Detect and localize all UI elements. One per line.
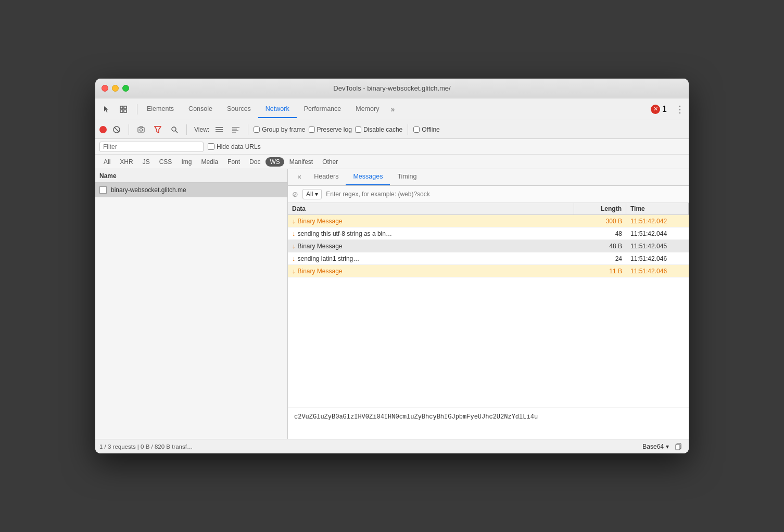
tab-console[interactable]: Console: [181, 100, 220, 118]
svg-line-5: [115, 128, 119, 132]
detail-panel: × Headers Messages Timing ⊘ All ▾: [288, 169, 689, 439]
msg-arrow-1: ↓: [292, 217, 296, 225]
toolbar-divider-4: [248, 124, 248, 135]
msg-time-1: 11:51:42.042: [626, 216, 689, 226]
tab-elements[interactable]: Elements: [140, 100, 181, 118]
pointer-icon[interactable]: [99, 102, 114, 117]
detail-close-button[interactable]: ×: [292, 169, 307, 185]
tab-error-group: ✕ 1: [651, 105, 667, 114]
message-row-3[interactable]: ↓ Binary Message 48 B 11:51:42.045: [288, 240, 689, 252]
hide-data-urls-group[interactable]: Hide data URLs: [208, 143, 261, 150]
col-data-header: Data: [288, 203, 574, 214]
msg-length-3: 48 B: [574, 241, 626, 251]
svg-point-7: [140, 129, 143, 131]
msg-time-3: 11:51:42.045: [626, 241, 689, 251]
tab-messages[interactable]: Messages: [346, 169, 390, 185]
svg-rect-3: [124, 110, 127, 112]
devtools-window: DevTools - binary-websocket.glitch.me/ E…: [95, 79, 689, 453]
camera-icon[interactable]: [134, 123, 148, 136]
minimize-button[interactable]: [112, 85, 119, 92]
disable-cache-group[interactable]: Disable cache: [355, 126, 402, 133]
toolbar-top: Elements Console Sources Network Perform…: [95, 98, 689, 120]
tab-network[interactable]: Network: [258, 100, 297, 118]
messages-search-input[interactable]: [326, 191, 685, 198]
inspect-icon[interactable]: [116, 102, 131, 117]
group-by-frame-group[interactable]: Group by frame: [254, 126, 305, 133]
tab-sources[interactable]: Sources: [220, 100, 258, 118]
search-icon[interactable]: [168, 123, 181, 136]
message-row-5[interactable]: ↓ Binary Message 11 B 11:51:42.046: [288, 265, 689, 277]
view-waterfall-icon[interactable]: [229, 123, 243, 136]
request-item[interactable]: binary-websocket.glitch.me: [95, 183, 287, 197]
group-by-frame-label: Group by frame: [262, 126, 305, 133]
filter-no-icon: ⊘: [292, 190, 298, 198]
devtools-menu-icon[interactable]: ⋮: [675, 104, 685, 115]
preserve-log-checkbox[interactable]: [309, 126, 315, 133]
message-row-1[interactable]: ↓ Binary Message 300 B 11:51:42.042: [288, 215, 689, 227]
filter-doc[interactable]: Doc: [245, 157, 264, 167]
preserve-log-group[interactable]: Preserve log: [309, 126, 352, 133]
base64-label: Base64: [642, 443, 664, 450]
svg-rect-1: [124, 106, 127, 109]
tab-timing[interactable]: Timing: [390, 169, 424, 185]
filter-css[interactable]: CSS: [155, 157, 176, 167]
messages-all-filter[interactable]: All ▾: [302, 189, 322, 199]
group-by-frame-checkbox[interactable]: [254, 126, 260, 133]
msg-arrow-3: ↓: [292, 242, 296, 250]
filter-js[interactable]: JS: [138, 157, 154, 167]
filter-other[interactable]: Other: [318, 157, 342, 167]
tab-memory[interactable]: Memory: [348, 100, 386, 118]
tab-performance[interactable]: Performance: [297, 100, 349, 118]
tab-more-button[interactable]: »: [386, 100, 399, 118]
svg-marker-8: [155, 126, 161, 133]
base64-select[interactable]: Base64 ▾: [642, 443, 669, 450]
view-list-icon[interactable]: [212, 123, 226, 136]
detail-tabs: × Headers Messages Timing: [288, 169, 689, 186]
requests-header: Name: [95, 169, 287, 183]
message-row-2[interactable]: ↓ sending this utf-8 string as a bin… 48…: [288, 227, 689, 240]
record-button[interactable]: [99, 126, 107, 133]
title-bar: DevTools - binary-websocket.glitch.me/: [95, 79, 689, 98]
tab-headers[interactable]: Headers: [307, 169, 346, 185]
offline-checkbox[interactable]: [413, 126, 420, 133]
msg-length-1: 300 B: [574, 216, 626, 226]
msg-time-4: 11:51:42.046: [626, 254, 689, 264]
hide-data-urls-label: Hide data URLs: [217, 143, 261, 150]
disable-cache-checkbox[interactable]: [355, 126, 361, 133]
window-title: DevTools - binary-websocket.glitch.me/: [333, 84, 450, 92]
msg-text-1: Binary Message: [298, 218, 343, 225]
filter-manifest[interactable]: Manifest: [285, 157, 317, 167]
messages-header-row: Data Length Time: [288, 203, 689, 215]
hide-data-urls-checkbox[interactable]: [208, 143, 214, 150]
filter-all[interactable]: All: [99, 157, 115, 167]
filter-media[interactable]: Media: [197, 157, 222, 167]
message-row-4[interactable]: ↓ sending latin1 string… 24 11:51:42.046: [288, 252, 689, 265]
msg-data-1: ↓ Binary Message: [288, 216, 574, 226]
filter-ws[interactable]: WS: [265, 157, 284, 167]
devtools-body: Elements Console Sources Network Perform…: [95, 98, 689, 453]
filter-font[interactable]: Font: [223, 157, 244, 167]
svg-rect-6: [138, 128, 144, 132]
offline-group[interactable]: Offline: [413, 126, 439, 133]
msg-arrow-4: ↓: [292, 255, 296, 262]
col-time-header: Time: [626, 203, 689, 214]
filter-img[interactable]: Img: [177, 157, 196, 167]
toolbar-icons: [99, 102, 131, 117]
filter-icon[interactable]: [151, 123, 165, 136]
clear-button[interactable]: [110, 123, 123, 136]
toolbar-divider-5: [408, 124, 408, 135]
main-content: Name binary-websocket.glitch.me × Header…: [95, 169, 689, 439]
offline-label: Offline: [422, 126, 439, 133]
filter-input[interactable]: [99, 142, 204, 152]
svg-line-10: [175, 131, 178, 133]
msg-data-5: ↓ Binary Message: [288, 265, 574, 276]
close-button[interactable]: [102, 85, 108, 92]
copy-button[interactable]: [673, 441, 685, 452]
msg-data-4: ↓ sending latin1 string…: [288, 253, 574, 264]
maximize-button[interactable]: [122, 85, 129, 92]
network-toolbar: View: Group by frame Preserve log Disabl…: [95, 120, 689, 139]
svg-rect-0: [120, 106, 123, 109]
requests-panel: Name binary-websocket.glitch.me: [95, 169, 288, 439]
filter-xhr[interactable]: XHR: [116, 157, 137, 167]
error-x-icon: ✕: [653, 106, 658, 112]
